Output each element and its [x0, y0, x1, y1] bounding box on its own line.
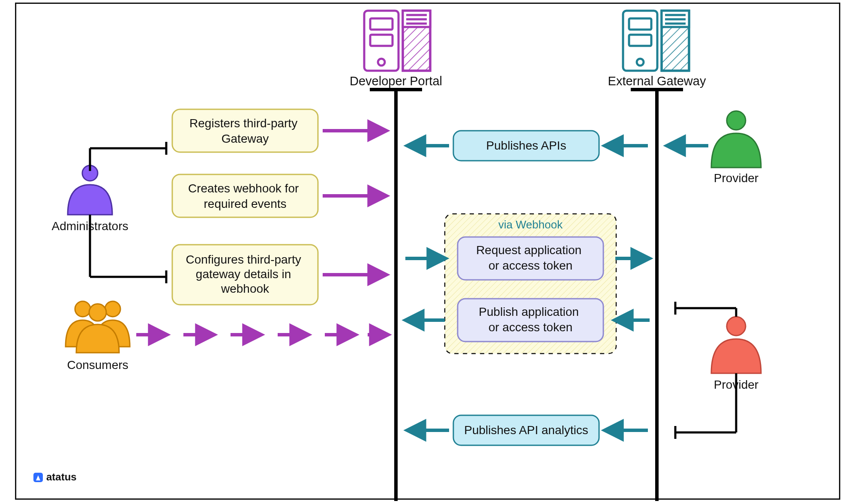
external-gateway-icon: [623, 11, 689, 71]
consumers-icon: [66, 301, 130, 353]
developer-portal-icon: [364, 11, 430, 71]
svg-point-30: [105, 301, 120, 317]
administrator-icon: [68, 165, 112, 215]
atatus-label: atatus: [46, 471, 77, 483]
svg-point-32: [727, 111, 746, 130]
external-gateway-label: External Gateway: [608, 74, 706, 88]
step-register-gateway: [172, 109, 318, 152]
svg-rect-7: [370, 18, 393, 30]
provider-bottom-icon: [711, 317, 761, 373]
svg-rect-19: [629, 35, 651, 46]
svg-point-29: [75, 301, 90, 317]
svg-point-31: [89, 304, 106, 321]
svg-point-33: [727, 317, 746, 336]
provider-top-label: Provider: [714, 171, 758, 185]
svg-rect-18: [629, 18, 651, 30]
step-publish-analytics-label: Publishes API analytics: [464, 423, 588, 437]
developer-portal-label: Developer Portal: [350, 74, 442, 88]
via-webhook-label: via Webhook: [498, 218, 563, 231]
consumers-label: Consumers: [67, 358, 128, 372]
step-create-webhook: [172, 174, 318, 217]
svg-rect-8: [370, 35, 393, 46]
atatus-logo: [33, 473, 43, 482]
step-publish-apis-label: Publishes APIs: [486, 139, 566, 152]
provider-top-icon: [711, 111, 761, 168]
